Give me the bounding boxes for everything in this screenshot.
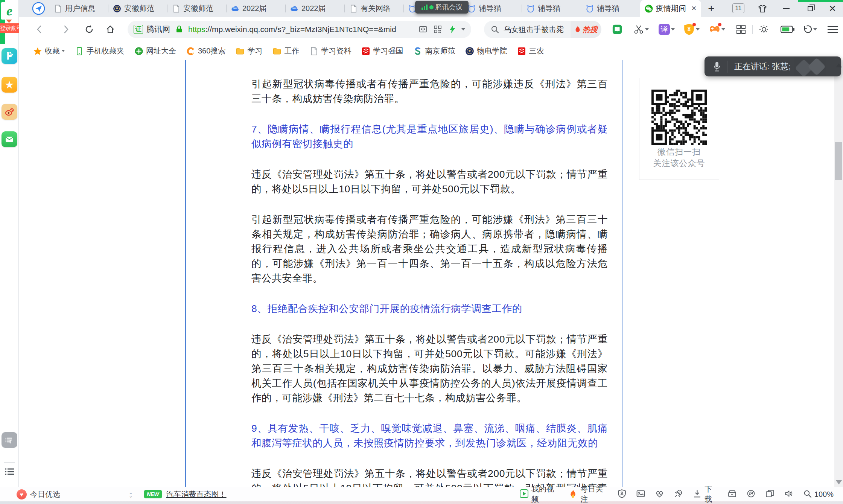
hot-search-chip[interactable]: 热搜	[571, 21, 601, 38]
bookmark-item[interactable]: 360搜索	[186, 46, 225, 56]
flame-icon[interactable]	[568, 489, 578, 500]
ie-compat[interactable]	[746, 489, 756, 500]
status-bar: ♥ 今日优选 ⌄⌄ NEW 汽车消费百态图！ 我的视频每日关注下载100%	[0, 487, 843, 501]
tab-title: 用户信息	[65, 3, 104, 14]
close-window-button[interactable]: ✕	[826, 0, 839, 17]
browser-tab[interactable]: 辅导猫	[522, 0, 581, 17]
bookmark-item[interactable]: 网址大全	[134, 46, 176, 56]
teal-app-icon[interactable]	[2, 48, 17, 64]
browser-tab[interactable]: 辅导猫	[463, 0, 522, 17]
volume[interactable]	[784, 489, 793, 500]
security-shield[interactable]	[617, 489, 627, 500]
multi-window[interactable]	[765, 489, 775, 500]
daily-picks-label[interactable]: 今日优选	[30, 489, 60, 499]
bookmark-dropdown-icon[interactable]	[62, 50, 65, 52]
login-account-badge[interactable]: 登录账号	[0, 23, 19, 33]
forward-button[interactable]	[59, 22, 73, 37]
bookmark-item[interactable]: 三农	[517, 46, 544, 56]
tab-close-icon[interactable]: ✕	[691, 5, 697, 12]
search-box[interactable]: 乌女狙击手被击毙 热搜	[484, 21, 601, 38]
menu-hamburger-icon[interactable]	[828, 24, 839, 35]
home-button[interactable]	[103, 22, 117, 37]
booster-rocket-icon[interactable]	[674, 489, 683, 500]
reading-list-icon[interactable]	[612, 22, 622, 37]
minimize-button[interactable]	[780, 0, 793, 17]
lightning-accelerate-icon[interactable]	[447, 24, 458, 35]
scrollbar-thumb[interactable]	[835, 142, 842, 180]
browser-tab[interactable]: 243652022届	[227, 0, 286, 17]
wallet-shield-icon[interactable]: ¥	[683, 22, 700, 37]
download-button[interactable]: 下载	[692, 484, 718, 504]
multi-window-icon[interactable]	[765, 489, 775, 500]
volume-icon[interactable]	[784, 489, 793, 500]
restore-button[interactable]	[804, 0, 817, 17]
browser-tab[interactable]: 用户信息	[49, 0, 108, 17]
my-video-button[interactable]: 我的视频	[519, 484, 559, 504]
drawer[interactable]	[727, 489, 737, 500]
browser-tab[interactable]: 有关网络	[345, 0, 404, 17]
browser-tab[interactable]: 安徽师范	[167, 0, 227, 17]
url-text[interactable]: https://mp.weixin.qq.com/s?_biz=MzI3NjE1…	[188, 25, 414, 34]
bookmark-item[interactable]: 工作	[272, 46, 299, 56]
tab-count-badge[interactable]: 11	[732, 3, 744, 13]
screenshot-scissors-icon[interactable]	[633, 22, 649, 37]
address-dropdown-icon[interactable]	[461, 28, 465, 30]
security-shield-icon[interactable]	[617, 489, 627, 500]
mail-icon[interactable]	[2, 131, 17, 147]
screenshot-icon[interactable]	[636, 489, 645, 500]
search-query-text[interactable]: 乌女狙击手被击毙	[504, 24, 571, 35]
bookmark-item[interactable]: 学习	[236, 46, 262, 56]
bookmark-label: 三农	[529, 46, 544, 56]
bookmark-item[interactable]: 学习强国	[361, 46, 403, 56]
news-ticker-link[interactable]: 汽车消费百态图！	[166, 489, 227, 499]
daily-follow-button-label: 每日关注	[580, 484, 608, 504]
scrollbar[interactable]	[834, 60, 843, 487]
weibo-icon[interactable]	[2, 104, 17, 120]
browser-tab-active[interactable]: 疫情期间✕	[640, 0, 701, 17]
meeting-speaking-overlay[interactable]: 正在讲话: 张慧;	[705, 56, 841, 76]
new-tab-button[interactable]: +	[705, 0, 718, 17]
translate-icon[interactable]: 译	[659, 22, 675, 37]
browser-tab[interactable]: 243652022届	[286, 0, 345, 17]
bookmark-item[interactable]: 收藏	[33, 46, 65, 56]
collapse-chevrons-icon[interactable]: ⌄⌄	[129, 491, 133, 498]
qr-code-icon[interactable]	[432, 24, 443, 35]
health-pulse[interactable]	[655, 489, 664, 500]
bookmark-item[interactable]: 学习资料	[309, 46, 351, 56]
drawer-icon[interactable]	[727, 489, 737, 500]
site-cert-badge[interactable]: 证	[134, 25, 143, 34]
list-settings-icon[interactable]	[2, 432, 17, 448]
theme-shirt-icon[interactable]	[756, 0, 768, 17]
browser-tab[interactable]: 安徽师范	[108, 0, 167, 17]
bookmark-label: 手机收藏夹	[87, 46, 124, 56]
browser-nav-icon[interactable]	[32, 2, 45, 15]
favorites-star-icon[interactable]: ★	[2, 77, 17, 93]
battery-icon[interactable]	[781, 22, 795, 37]
screenshot[interactable]	[636, 489, 645, 500]
bookmark-item[interactable]: 物电学院	[465, 46, 507, 56]
play-icon[interactable]	[519, 489, 529, 500]
daily-follow-button[interactable]: 每日关注	[568, 484, 608, 504]
heart-icon[interactable]: ♥	[17, 489, 27, 499]
ie-compat-icon[interactable]	[746, 489, 756, 500]
list-menu-icon[interactable]	[5, 467, 15, 477]
bookmark-item[interactable]: 南京师范	[413, 46, 455, 56]
brightness-icon[interactable]	[759, 22, 769, 37]
magnifier-icon[interactable]	[803, 489, 812, 500]
refresh-button[interactable]	[82, 22, 96, 37]
download-icon[interactable]	[692, 489, 702, 500]
tencent-meeting-pill[interactable]: 腾讯会议	[415, 1, 469, 14]
site-name-label[interactable]: 腾讯网	[146, 24, 170, 35]
back-button[interactable]	[32, 22, 47, 37]
health-pulse-icon[interactable]	[655, 489, 664, 500]
netease-logo[interactable]: e	[1, 2, 18, 20]
browser-tab[interactable]: 辅导猫	[581, 0, 640, 17]
reader-mode-icon[interactable]	[417, 24, 429, 35]
undo-restore-icon[interactable]	[802, 22, 817, 37]
address-bar[interactable]: 证 腾讯网 https://mp.weixin.qq.com/s?_biz=Mz…	[128, 21, 471, 38]
booster-rocket[interactable]	[674, 489, 683, 500]
apps-grid-icon[interactable]	[736, 22, 746, 37]
bookmark-item[interactable]: 手机收藏夹	[75, 46, 124, 56]
games-icon[interactable]	[709, 22, 725, 37]
zoom-control[interactable]: 100%	[803, 489, 834, 500]
